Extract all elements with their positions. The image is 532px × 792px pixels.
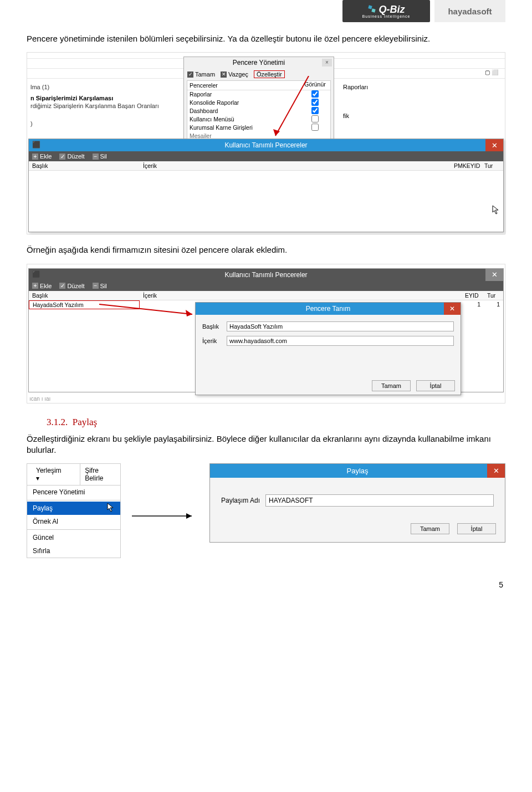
list-item[interactable]: Raporlar <box>187 90 300 99</box>
list-item[interactable]: Kullanıcı Menüsü <box>187 115 300 124</box>
section-heading: 3.1.2. Paylaş <box>47 417 505 428</box>
window-title: ⬛ Kullanıcı Tanımlı Pencereler ✕ <box>29 269 503 281</box>
svg-marker-7 <box>186 513 192 519</box>
col-pmkeyid: PMKEYID <box>451 161 481 170</box>
close-icon[interactable]: ✕ <box>485 269 503 281</box>
paragraph-2: Örneğin aşağıda kendi firmamızın sitesin… <box>27 244 505 256</box>
ekle-button[interactable]: +Ekle <box>32 283 52 289</box>
paragraph-1: Pencere yönetiminde istenilen bölümleri … <box>27 33 505 44</box>
col-tur: Tur <box>481 161 503 170</box>
gorunur-checkbox[interactable] <box>311 99 319 106</box>
logo-hayadasoft: hayadasoft <box>434 0 505 22</box>
menu-pencere-yonetimi[interactable]: Pencere Yönetimi <box>27 486 120 499</box>
kullanici-tanimli-pencereler-window: ⬛ Kullanıcı Tanımlı Pencereler ✕ +Ekle ✓… <box>28 139 504 232</box>
context-menu: Yerleşim ▾ Şifre Belirle Pencere Yönetim… <box>27 463 121 558</box>
page-number: 5 <box>27 580 505 589</box>
col-tur: Tur <box>484 291 503 300</box>
pencere-yonetimi-panel: Pencere Yönetimi × ✓Tamam ✕Vazgeç Özelle… <box>183 57 334 144</box>
table-row-eyid: 1 <box>462 300 484 309</box>
pencere-tanim-dialog: Pencere Tanım ✕ Başlık HayadaSoft Yazılı… <box>195 302 461 395</box>
vazgec-button[interactable]: ✕Vazgeç <box>221 71 248 78</box>
duzelt-button[interactable]: ✓Düzelt <box>59 283 84 289</box>
table-row-tur: 1 <box>484 300 503 309</box>
cursor-icon <box>492 205 500 215</box>
fragment-text: n Siparişlerimizi Karşılaması <box>27 94 177 102</box>
paylasim-adi-input[interactable]: HAYADASOFT <box>265 494 494 507</box>
cursor-icon <box>107 503 115 513</box>
svg-rect-1 <box>371 8 375 12</box>
gorunur-checkbox[interactable] <box>311 107 319 114</box>
col-gorunur: Görünür <box>300 81 330 90</box>
toolbar: +Ekle ✓Düzelt −Sil <box>29 281 503 291</box>
col-baslik: Başlık <box>29 291 140 300</box>
screenshot-3: Yerleşim ▾ Şifre Belirle Pencere Yönetim… <box>27 463 505 558</box>
col-baslik: Başlık <box>29 161 140 170</box>
annotation-arrow <box>132 510 198 522</box>
label-baslik: Başlık <box>202 323 222 330</box>
sil-button[interactable]: −Sil <box>93 283 107 289</box>
window-title: ⬛ Kullanıcı Tanımlı Pencereler ✕ <box>29 139 503 151</box>
list-item[interactable]: Dashboard <box>187 107 300 115</box>
tamam-button[interactable]: Tamam <box>372 380 411 391</box>
col-pencereler: Pencereler <box>187 81 300 90</box>
duzelt-button[interactable]: ✓Düzelt <box>59 153 84 160</box>
fragment-text: fik <box>343 113 349 119</box>
close-icon[interactable]: × <box>322 59 332 67</box>
label-paylasim-adi: Paylaşım Adı <box>221 497 261 504</box>
menu-sifirla[interactable]: Sıfırla <box>27 544 120 558</box>
sil-button[interactable]: −Sil <box>93 153 107 160</box>
header-logos: Q-Biz Business Intelligence hayadasoft <box>27 0 505 22</box>
menu-paylas[interactable]: Paylaş <box>27 502 120 515</box>
gorunur-checkbox[interactable] <box>311 115 319 122</box>
menu-guncel[interactable]: Güncel <box>27 531 120 544</box>
svg-rect-0 <box>368 5 372 9</box>
col-eyid: EYID <box>462 291 484 300</box>
close-icon[interactable]: ✕ <box>487 464 505 478</box>
dialog-title: Pencere Tanım ✕ <box>196 303 461 315</box>
col-icerik: İçerik <box>140 161 451 170</box>
ekle-button[interactable]: +Ekle <box>32 153 52 160</box>
label-icerik: İçerik <box>202 338 222 344</box>
menu-yerlesim[interactable]: Yerleşim ▾ <box>27 464 80 485</box>
panel-title: Pencere Yönetimi × <box>184 57 334 68</box>
tamam-button[interactable]: Tamam <box>411 523 449 534</box>
iptal-button[interactable]: İptal <box>457 523 496 534</box>
fragment-text: ıcan ı ıaı <box>29 396 50 402</box>
menu-sifre-belirle[interactable]: Şifre Belirle <box>80 464 120 485</box>
window-icon: ⬛ <box>32 270 40 278</box>
ozellestir-button[interactable]: Özelleştir <box>254 70 285 78</box>
kullanici-tanimli-pencereler-window: ⬛ Kullanıcı Tanımlı Pencereler ✕ +Ekle ✓… <box>28 268 504 392</box>
paragraph-3: Özelleştirdiğiniz ekranı bu şekliyle pay… <box>27 433 505 456</box>
table-row-baslik[interactable]: HayadaSoft Yazılım <box>29 300 140 309</box>
window-icon: ⬛ <box>32 141 40 149</box>
screenshot-1: ▢ ⬜ lma (1) n Siparişlerimizi Karşılamas… <box>27 52 505 234</box>
menu-ornek-al[interactable]: Örnek Al <box>27 515 120 528</box>
gorunur-checkbox[interactable] <box>311 90 319 98</box>
logo-qbiz: Q-Biz Business Intelligence <box>342 0 430 22</box>
fragment-text: rdiğimiz Siparişlerin Karşılanma Başarı … <box>27 102 177 110</box>
icerik-input[interactable]: www.hayadasoft.com <box>227 336 454 346</box>
list-item[interactable]: Konsolide Raporlar <box>187 99 300 107</box>
tamam-button[interactable]: ✓Tamam <box>187 71 215 78</box>
paylas-dialog: Paylaş ✕ Paylaşım Adı HAYADASOFT Tamam İ… <box>209 463 505 543</box>
fragment-text: Raporları <box>343 84 368 90</box>
fragment-text: lma (1) <box>27 83 177 91</box>
fragment-text: ) <box>27 120 177 127</box>
baslik-input[interactable]: HayadaSoft Yazılım <box>227 321 454 331</box>
close-icon[interactable]: ✕ <box>485 139 503 151</box>
close-icon[interactable]: ✕ <box>444 303 461 315</box>
toolbar: +Ekle ✓Düzelt −Sil <box>29 151 503 161</box>
gorunur-checkbox[interactable] <box>311 124 319 131</box>
dialog-title: Paylaş ✕ <box>210 464 505 478</box>
list-item[interactable]: Kurumsal Karne Girişleri <box>187 124 300 132</box>
screenshot-2: ⬛ Kullanıcı Tanımlı Pencereler ✕ +Ekle ✓… <box>27 264 505 403</box>
col-icerik: İçerik <box>140 291 462 300</box>
chevron-down-icon: ▾ <box>32 472 44 485</box>
iptal-button[interactable]: İptal <box>416 380 455 391</box>
